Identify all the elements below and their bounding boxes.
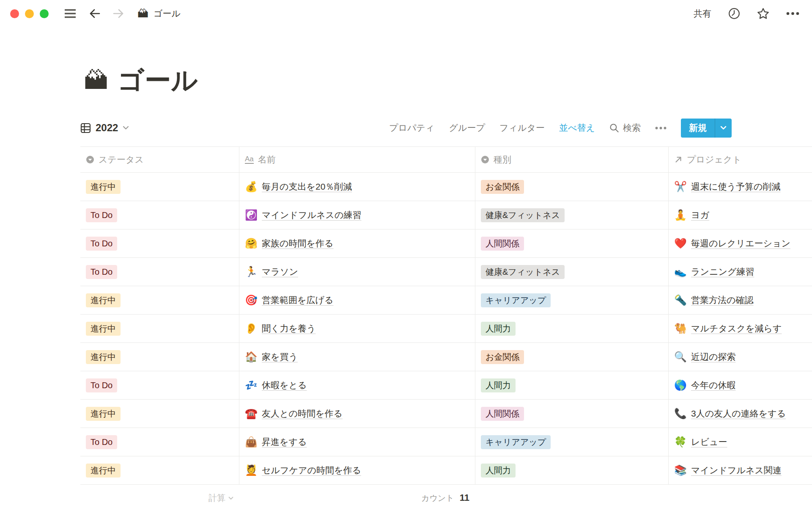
- status-cell[interactable]: 進行中: [80, 173, 239, 201]
- type-cell[interactable]: 人間関係: [475, 400, 668, 428]
- project-link-wrap[interactable]: 🐫 マルチタスクを減らす: [674, 323, 782, 334]
- type-cell[interactable]: お金関係: [475, 173, 668, 201]
- name-link[interactable]: セルフケアの時間を作る: [262, 464, 361, 476]
- project-link[interactable]: 毎週のレクリエーション: [691, 237, 790, 249]
- calculate-button[interactable]: 計算: [80, 492, 239, 504]
- project-link[interactable]: 3人の友人の連絡をする: [691, 408, 786, 420]
- view-more-options-icon[interactable]: [655, 127, 667, 130]
- page-link[interactable]: 💰 毎月の支出を20％削減: [245, 181, 352, 193]
- project-cell[interactable]: 🌎 今年の休暇: [668, 371, 812, 399]
- view-switcher[interactable]: 2022: [80, 122, 129, 134]
- project-cell[interactable]: 🐫 マルチタスクを減らす: [668, 315, 812, 342]
- name-link[interactable]: 休暇をとる: [262, 379, 307, 391]
- type-cell[interactable]: 人間関係: [475, 229, 668, 257]
- sidebar-toggle-icon[interactable]: [64, 8, 77, 19]
- status-cell[interactable]: 進行中: [80, 343, 239, 371]
- project-link-wrap[interactable]: ❤️ 毎週のレクリエーション: [674, 237, 790, 249]
- name-cell[interactable]: ☯️ マインドフルネスの練習: [239, 201, 475, 229]
- status-cell[interactable]: 進行中: [80, 456, 239, 484]
- type-cell[interactable]: 健康&フィットネス: [475, 201, 668, 229]
- project-cell[interactable]: 🔍 近辺の探索: [668, 343, 812, 371]
- project-link-wrap[interactable]: ✂️ 週末に使う予算の削減: [674, 181, 780, 193]
- type-cell[interactable]: 人間力: [475, 456, 668, 484]
- project-link-wrap[interactable]: 🔍 近辺の探索: [674, 351, 736, 363]
- count-summary[interactable]: カウント 11: [239, 492, 475, 504]
- minimize-window-button[interactable]: [25, 9, 34, 18]
- toolbar-sort-button[interactable]: 並べ替え: [559, 122, 595, 134]
- breadcrumb[interactable]: 🏔 ゴール: [137, 8, 181, 19]
- name-link[interactable]: 聞く力を養う: [262, 323, 315, 334]
- page-title[interactable]: ゴール: [118, 63, 198, 98]
- name-link[interactable]: 営業範囲を広げる: [262, 294, 333, 306]
- status-cell[interactable]: To Do: [80, 371, 239, 399]
- project-link[interactable]: 近辺の探索: [691, 351, 736, 363]
- close-window-button[interactable]: [10, 9, 19, 18]
- project-cell[interactable]: 📚 マインドフルネス関連: [668, 456, 812, 484]
- page-link[interactable]: 💆 セルフケアの時間を作る: [245, 464, 361, 476]
- share-button[interactable]: 共有: [694, 8, 711, 19]
- page-title-emoji-icon[interactable]: 🏔: [84, 68, 108, 93]
- name-cell[interactable]: 👂 聞く力を養う: [239, 315, 475, 342]
- project-link-wrap[interactable]: 📚 マインドフルネス関連: [674, 464, 782, 476]
- project-link-wrap[interactable]: 🌎 今年の休暇: [674, 379, 736, 391]
- status-cell[interactable]: To Do: [80, 229, 239, 257]
- page-link[interactable]: 🏃 マラソン: [245, 266, 298, 278]
- project-cell[interactable]: ❤️ 毎週のレクリエーション: [668, 229, 812, 257]
- project-link[interactable]: 週末に使う予算の削減: [691, 181, 780, 193]
- new-button-label[interactable]: 新規: [681, 119, 715, 138]
- project-link[interactable]: 営業方法の確認: [691, 294, 754, 306]
- status-cell[interactable]: 進行中: [80, 400, 239, 428]
- name-cell[interactable]: 🎯 営業範囲を広げる: [239, 286, 475, 314]
- column-header-status[interactable]: ステータス: [80, 147, 239, 172]
- project-cell[interactable]: 🧘 ヨガ: [668, 201, 812, 229]
- page-link[interactable]: ☯️ マインドフルネスの練習: [245, 209, 361, 221]
- project-link-wrap[interactable]: 🔦 営業方法の確認: [674, 294, 754, 306]
- toolbar-group-button[interactable]: グループ: [449, 122, 485, 134]
- project-cell[interactable]: 🍀 レビュー: [668, 428, 812, 456]
- name-link[interactable]: マラソン: [262, 266, 298, 278]
- search-button[interactable]: 検索: [609, 122, 641, 134]
- name-cell[interactable]: 🏃 マラソン: [239, 258, 475, 286]
- project-link-wrap[interactable]: 🍀 レビュー: [674, 436, 727, 448]
- name-cell[interactable]: 👜 昇進をする: [239, 428, 475, 456]
- name-cell[interactable]: 💆 セルフケアの時間を作る: [239, 456, 475, 484]
- project-link-wrap[interactable]: 🧘 ヨガ: [674, 209, 709, 221]
- status-cell[interactable]: 進行中: [80, 286, 239, 314]
- page-link[interactable]: 🎯 営業範囲を広げる: [245, 294, 333, 306]
- updates-clock-icon[interactable]: [728, 8, 740, 19]
- page-link[interactable]: 🤗 家族の時間を作る: [245, 237, 333, 249]
- favorite-star-icon[interactable]: [757, 8, 769, 19]
- name-cell[interactable]: 💤 休暇をとる: [239, 371, 475, 399]
- project-link[interactable]: マルチタスクを減らす: [691, 323, 782, 334]
- name-link[interactable]: 毎月の支出を20％削減: [262, 181, 352, 193]
- toolbar-filter-button[interactable]: フィルター: [499, 122, 545, 134]
- page-link[interactable]: 💤 休暇をとる: [245, 379, 307, 391]
- project-cell[interactable]: 👟 ランニング練習: [668, 258, 812, 286]
- project-cell[interactable]: 🔦 営業方法の確認: [668, 286, 812, 314]
- project-link[interactable]: マインドフルネス関連: [691, 464, 782, 476]
- project-link[interactable]: レビュー: [691, 436, 727, 448]
- type-cell[interactable]: キャリアアップ: [475, 428, 668, 456]
- project-link-wrap[interactable]: 👟 ランニング練習: [674, 266, 754, 278]
- toolbar-properties-button[interactable]: プロパティ: [389, 122, 434, 134]
- name-cell[interactable]: ☎️ 友人との時間を作る: [239, 400, 475, 428]
- name-cell[interactable]: 🤗 家族の時間を作る: [239, 229, 475, 257]
- new-button[interactable]: 新規: [681, 119, 732, 138]
- page-link[interactable]: 👂 聞く力を養う: [245, 323, 315, 334]
- column-header-project[interactable]: プロジェクト: [668, 147, 812, 172]
- type-cell[interactable]: 人間力: [475, 315, 668, 342]
- status-cell[interactable]: To Do: [80, 258, 239, 286]
- project-cell[interactable]: ✂️ 週末に使う予算の削減: [668, 173, 812, 201]
- type-cell[interactable]: キャリアアップ: [475, 286, 668, 314]
- zoom-window-button[interactable]: [40, 9, 49, 18]
- name-link[interactable]: 家を買う: [262, 351, 298, 363]
- project-link[interactable]: 今年の休暇: [691, 379, 736, 391]
- name-cell[interactable]: 🏠 家を買う: [239, 343, 475, 371]
- forward-arrow-icon[interactable]: [113, 8, 124, 19]
- project-link[interactable]: ヨガ: [691, 209, 709, 221]
- name-link[interactable]: 家族の時間を作る: [262, 237, 333, 249]
- status-cell[interactable]: 進行中: [80, 315, 239, 342]
- status-cell[interactable]: To Do: [80, 201, 239, 229]
- column-header-name[interactable]: Aa 名前: [239, 147, 475, 172]
- type-cell[interactable]: お金関係: [475, 343, 668, 371]
